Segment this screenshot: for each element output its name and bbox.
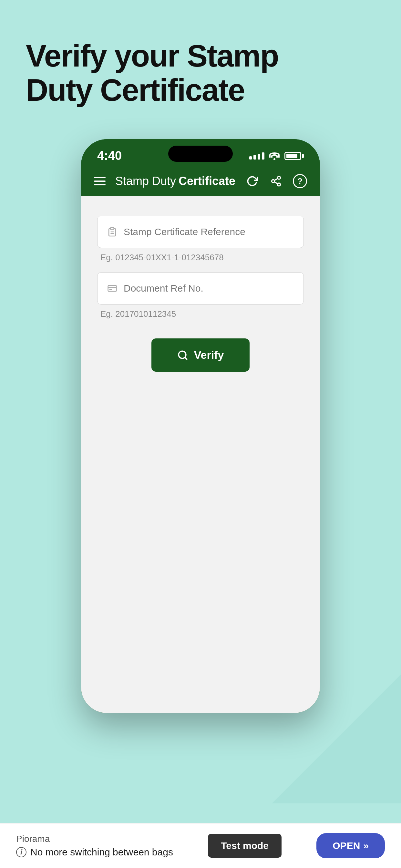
clipboard-icon bbox=[107, 226, 117, 237]
svg-line-4 bbox=[274, 179, 278, 181]
phone-content: Eg. 012345-01XX1-1-012345678 Eg. 2017010… bbox=[81, 196, 320, 713]
search-icon bbox=[177, 350, 188, 361]
ad-open-button[interactable]: OPEN » bbox=[316, 833, 385, 858]
ad-banner: Piorama i No more switching between bags… bbox=[0, 823, 401, 868]
document-ref-group: Eg. 2017010112345 bbox=[97, 272, 304, 319]
phone-mockup: 4:40 bbox=[81, 139, 320, 713]
document-ref-hint: Eg. 2017010112345 bbox=[97, 309, 304, 319]
info-icon: i bbox=[16, 847, 27, 857]
svg-point-2 bbox=[277, 183, 280, 186]
status-bar: 4:40 bbox=[81, 139, 320, 167]
ad-text: i No more switching between bags bbox=[16, 847, 173, 858]
certificate-ref-group: Eg. 012345-01XX1-1-012345678 bbox=[97, 216, 304, 262]
document-ref-input-wrapper[interactable] bbox=[97, 272, 304, 305]
ad-description: No more switching between bags bbox=[30, 847, 173, 858]
svg-rect-5 bbox=[111, 228, 114, 229]
nav-bar: Stamp Duty Certificate bbox=[81, 167, 320, 196]
signal-icon bbox=[249, 152, 265, 159]
battery-icon bbox=[284, 152, 304, 160]
nav-title: Stamp Duty Certificate bbox=[115, 175, 235, 188]
verify-button[interactable]: Verify bbox=[151, 338, 250, 372]
status-icons bbox=[249, 152, 304, 160]
certificate-ref-hint: Eg. 012345-01XX1-1-012345678 bbox=[97, 252, 304, 262]
status-time: 4:40 bbox=[97, 149, 122, 163]
chevron-right-icon: » bbox=[363, 840, 369, 851]
svg-point-0 bbox=[277, 176, 280, 179]
page-title: Verify your Stamp Duty Certificate bbox=[0, 0, 401, 133]
share-button[interactable] bbox=[269, 174, 283, 188]
nav-title-regular: Stamp Duty bbox=[115, 175, 176, 188]
document-ref-input[interactable] bbox=[124, 283, 294, 294]
ad-open-label: OPEN bbox=[333, 840, 360, 851]
certificate-ref-input[interactable] bbox=[124, 226, 294, 237]
nav-title-bold: Certificate bbox=[179, 175, 235, 188]
svg-line-12 bbox=[185, 357, 187, 359]
ad-left: Piorama i No more switching between bags bbox=[16, 834, 173, 858]
ad-brand: Piorama bbox=[16, 834, 173, 844]
ad-mode-badge: Test mode bbox=[208, 834, 281, 858]
menu-icon[interactable] bbox=[94, 177, 105, 185]
svg-line-3 bbox=[274, 182, 278, 184]
certificate-ref-input-wrapper[interactable] bbox=[97, 216, 304, 248]
wifi-icon bbox=[269, 152, 280, 160]
help-button[interactable]: ? bbox=[293, 174, 307, 188]
svg-rect-8 bbox=[108, 285, 117, 291]
nav-actions: ? bbox=[245, 174, 307, 188]
card-icon bbox=[107, 283, 117, 294]
dynamic-island bbox=[168, 146, 233, 162]
verify-button-label: Verify bbox=[194, 349, 224, 361]
refresh-button[interactable] bbox=[245, 174, 259, 188]
bg-decoration bbox=[272, 674, 401, 803]
svg-point-1 bbox=[272, 180, 274, 183]
